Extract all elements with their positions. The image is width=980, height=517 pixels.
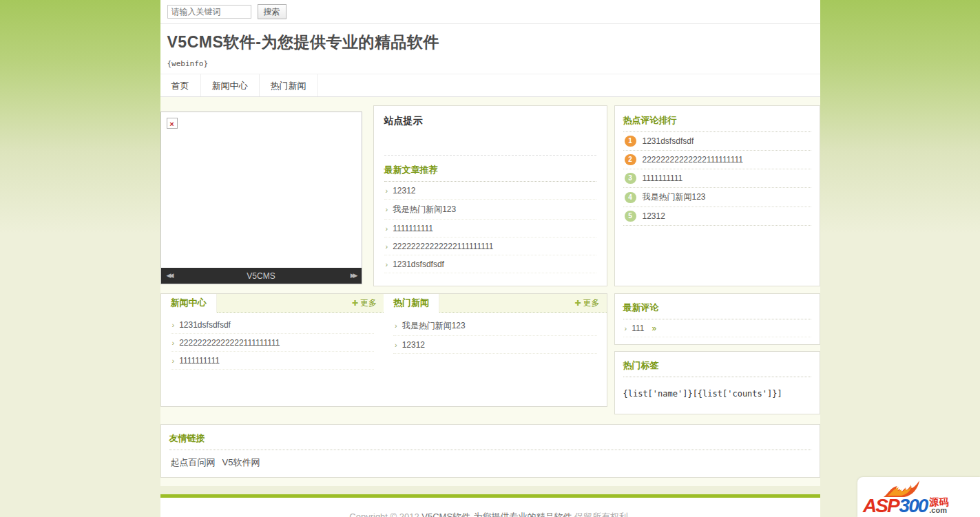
hot-news-list: › 我是热门新闻123 › 12312 bbox=[384, 316, 607, 370]
latest-comments-list: › 111 » bbox=[623, 319, 811, 337]
ranked-article-link[interactable]: 12312 bbox=[643, 211, 665, 221]
site-title: V5CMS软件-为您提供专业的精品软件 bbox=[167, 32, 813, 53]
news-tabs-panel: 新闻中心 ✚ 更多 热门新闻 ✚ 更 bbox=[160, 293, 607, 407]
slider-prev-button[interactable]: ◀◀ bbox=[167, 268, 172, 284]
comment-list-item[interactable]: › 111 » bbox=[623, 319, 811, 337]
site-tips-title: 站点提示 bbox=[384, 115, 596, 156]
page-container: 搜索 V5CMS软件-为您提供专业的精品软件 {webinfo} 首页 新闻中心… bbox=[160, 0, 820, 517]
news-link[interactable]: 我是热门新闻123 bbox=[402, 320, 466, 332]
hot-news-more-link[interactable]: ✚ 更多 bbox=[574, 297, 599, 309]
friend-links-title: 友情链接 bbox=[169, 432, 811, 450]
ranked-article-link[interactable]: 我是热门新闻123 bbox=[643, 191, 706, 203]
more-label: 更多 bbox=[360, 297, 377, 309]
article-list-item[interactable]: › 22222222222222111111111 bbox=[384, 238, 596, 255]
red-x-icon: × bbox=[169, 120, 174, 128]
nav-item[interactable]: 首页 bbox=[160, 74, 201, 96]
search-button[interactable]: 搜索 bbox=[258, 4, 286, 19]
friend-links-row: 起点百问网 V5软件网 bbox=[169, 450, 811, 470]
hot-news-strip: ✚ 更多 bbox=[439, 294, 607, 313]
ranked-article-link[interactable]: 1111111111 bbox=[643, 173, 683, 183]
image-slider: × ◀◀ V5CMS ▶▶ bbox=[160, 112, 362, 284]
article-link[interactable]: 22222222222222111111111 bbox=[393, 242, 493, 251]
hot-comments-panel: 热点评论排行 1 1231dsfsdfsdf 2 222222222222221… bbox=[614, 105, 820, 286]
tab-hot-news[interactable]: 热门新闻 bbox=[384, 294, 439, 313]
site-tips-panel: 站点提示 最新文章推荐 › 12312 › 我是热门新闻123 bbox=[373, 105, 607, 286]
article-link[interactable]: 我是热门新闻123 bbox=[393, 204, 456, 215]
article-list-item[interactable]: › 12312 bbox=[384, 182, 596, 200]
nav-item[interactable]: 新闻中心 bbox=[201, 74, 260, 96]
article-link[interactable]: 1111111111 bbox=[393, 224, 433, 233]
article-link[interactable]: 1231dsfsdfsdf bbox=[393, 260, 444, 269]
news-list-item[interactable]: › 12312 bbox=[393, 336, 597, 354]
rank-badge: 3 bbox=[625, 173, 636, 184]
news-list-item[interactable]: › 我是热门新闻123 bbox=[393, 316, 597, 336]
rank-list-item[interactable]: 3 1111111111 bbox=[623, 169, 811, 188]
bullet-icon: › bbox=[172, 357, 175, 365]
news-tabs-body: › 1231dsfsdfsdf › 2222222222222211111111… bbox=[161, 313, 607, 373]
ranked-article-link[interactable]: 1231dsfsdfsdf bbox=[643, 136, 694, 146]
news-list-item[interactable]: › 1231dsfsdfsdf bbox=[171, 316, 375, 334]
friend-links-panel: 友情链接 起点百问网 V5软件网 bbox=[160, 424, 820, 478]
news-link[interactable]: 12312 bbox=[402, 340, 425, 350]
news-link[interactable]: 1111111111 bbox=[179, 356, 220, 366]
rank-badge: 1 bbox=[625, 136, 636, 147]
rank-list-item[interactable]: 4 我是热门新闻123 bbox=[623, 188, 811, 207]
hot-tags-title: 热门标签 bbox=[623, 359, 811, 377]
asp300-logo: ASP 300 源码 .com bbox=[863, 497, 948, 514]
plus-icon: ✚ bbox=[352, 299, 358, 308]
friend-link[interactable]: V5软件网 bbox=[222, 456, 260, 469]
sidebar-column: 最新评论 › 111 » 热门标签 {list['name']}[{li bbox=[614, 293, 820, 414]
hot-tags-content: {list['name']}[{list['counts']}] bbox=[623, 377, 811, 403]
bullet-icon: › bbox=[386, 261, 388, 268]
ranked-article-link[interactable]: 22222222222222111111111 bbox=[643, 155, 743, 165]
plus-icon: ✚ bbox=[574, 299, 581, 308]
bullet-icon: › bbox=[172, 339, 175, 347]
tab-news-center[interactable]: 新闻中心 bbox=[161, 294, 217, 313]
hot-news-tab-half: 热门新闻 ✚ 更多 bbox=[384, 294, 607, 313]
bullet-icon: › bbox=[386, 187, 388, 195]
rank-list-item[interactable]: 1 1231dsfsdfsdf bbox=[623, 132, 811, 151]
search-input[interactable] bbox=[167, 5, 251, 19]
content-row-2: 新闻中心 ✚ 更多 热门新闻 ✚ 更 bbox=[160, 293, 820, 414]
article-list-item[interactable]: › 1111111111 bbox=[384, 220, 596, 238]
latest-articles-list: › 12312 › 我是热门新闻123 › 1111111111 bbox=[384, 182, 596, 273]
news-link[interactable]: 22222222222222111111111 bbox=[179, 338, 280, 348]
asp300-watermark: ASP 300 源码 .com bbox=[857, 477, 980, 517]
double-arrow-icon: » bbox=[651, 324, 656, 333]
slider-next-button[interactable]: ▶▶ bbox=[351, 268, 356, 284]
news-list-item[interactable]: › 22222222222222111111111 bbox=[171, 334, 375, 352]
bullet-icon: › bbox=[395, 341, 397, 349]
comment-link[interactable]: 111 bbox=[632, 324, 644, 333]
news-center-list: › 1231dsfsdfsdf › 2222222222222211111111… bbox=[161, 316, 384, 370]
rank-badge: 2 bbox=[625, 154, 636, 165]
news-center-more-link[interactable]: ✚ 更多 bbox=[352, 297, 377, 309]
main-nav: 首页 新闻中心 热门新闻 bbox=[160, 74, 820, 97]
latest-comments-title: 最新评论 bbox=[623, 302, 811, 319]
bullet-icon: › bbox=[625, 325, 627, 333]
broken-image-icon: × bbox=[167, 118, 178, 129]
rank-list-item[interactable]: 2 22222222222222111111111 bbox=[623, 151, 811, 169]
hot-comments-rank-list: 1 1231dsfsdfsdf 2 2222222222222211111111… bbox=[623, 132, 811, 226]
article-list-item[interactable]: › 1231dsfsdfsdf bbox=[384, 255, 596, 273]
friend-link[interactable]: 起点百问网 bbox=[171, 456, 216, 469]
slider-control-bar: ◀◀ V5CMS ▶▶ bbox=[161, 268, 362, 284]
news-center-strip: ✚ 更多 bbox=[217, 294, 384, 313]
bullet-icon: › bbox=[395, 322, 397, 330]
article-link[interactable]: 12312 bbox=[393, 186, 415, 196]
search-bar: 搜索 bbox=[160, 0, 820, 24]
hot-comments-title: 热点评论排行 bbox=[623, 114, 811, 132]
rank-list-item[interactable]: 5 12312 bbox=[623, 207, 811, 226]
nav-item[interactable]: 热门新闻 bbox=[260, 74, 318, 96]
num-300-text: 300 bbox=[899, 497, 928, 514]
rank-badge: 5 bbox=[625, 211, 636, 222]
yuanma-text: 源码 bbox=[929, 497, 948, 507]
more-label: 更多 bbox=[583, 297, 600, 309]
news-list-item[interactable]: › 1111111111 bbox=[171, 352, 375, 370]
footer-site-name: V5CMS软件-为您提供专业的精品软件 bbox=[421, 511, 572, 517]
news-link[interactable]: 1231dsfsdfsdf bbox=[179, 320, 231, 330]
news-tabs-header: 新闻中心 ✚ 更多 热门新闻 ✚ 更 bbox=[161, 294, 607, 313]
flame-icon bbox=[882, 479, 922, 498]
article-list-item[interactable]: › 我是热门新闻123 bbox=[384, 200, 596, 220]
slider-caption: V5CMS bbox=[247, 271, 275, 281]
latest-articles-title: 最新文章推荐 bbox=[384, 164, 596, 182]
